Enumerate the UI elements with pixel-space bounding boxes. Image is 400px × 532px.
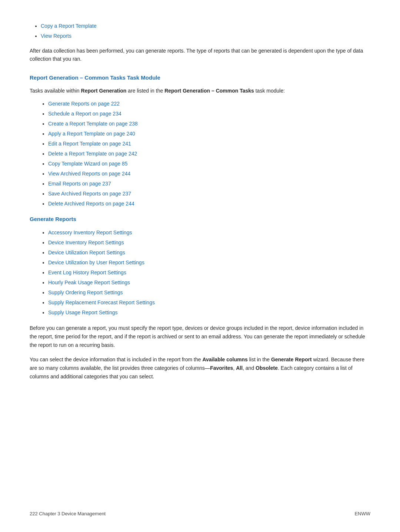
list-item: Generate Reports on page 222 [48,100,370,108]
para2-bold4: All [236,365,243,371]
footer-left: 222 Chapter 3 Device Management [30,510,106,518]
list-item: Event Log History Report Settings [48,269,370,277]
top-links-list: Copy a Report Template View Reports [30,22,370,40]
generate-para2: You can select the device information th… [30,355,370,381]
device-utilization-user-link[interactable]: Device Utilization by User Report Settin… [48,260,144,265]
page-footer: 222 Chapter 3 Device Management ENWW [30,510,370,518]
list-item: View Reports [41,32,370,40]
list-item: Copy Template Wizard on page 85 [48,160,370,168]
task-intro-bold1: Report Generation [81,88,127,94]
list-item: Apply a Report Template on page 240 [48,130,370,138]
schedule-report-link[interactable]: Schedule a Report on page 234 [48,111,121,117]
view-reports-link[interactable]: View Reports [41,33,71,39]
para2-bold3: Favorites [210,365,233,371]
section2-links-list: Accessory Inventory Report Settings Devi… [30,229,370,317]
generate-para1: Before you can generate a report, you mu… [30,324,370,349]
para2-bold5: Obsolete [256,365,278,371]
list-item: Delete a Report Template on page 242 [48,150,370,158]
para2-bold1: Available columns [202,357,247,362]
create-template-link[interactable]: Create a Report Template on page 238 [48,121,138,127]
task-intro-bold2: Report Generation – Common Tasks [164,88,254,94]
delete-template-link[interactable]: Delete a Report Template on page 242 [48,151,137,157]
supply-replacement-link[interactable]: Supply Replacement Forecast Report Setti… [48,300,155,305]
section1-task-intro: Tasks available within Report Generation… [30,87,370,95]
event-log-link[interactable]: Event Log History Report Settings [48,270,126,275]
copy-wizard-link[interactable]: Copy Template Wizard on page 85 [48,161,128,167]
para2-bold2: Generate Report [271,357,312,362]
copy-report-template-link[interactable]: Copy a Report Template [41,23,97,29]
list-item: Supply Ordering Report Settings [48,289,370,297]
para2-text1: You can select the device information th… [30,357,202,362]
email-reports-link[interactable]: Email Reports on page 237 [48,181,111,187]
list-item: Email Reports on page 237 [48,180,370,188]
list-item: Schedule a Report on page 234 [48,110,370,118]
para2-text2: list in the [248,357,271,362]
apply-template-link[interactable]: Apply a Report Template on page 240 [48,131,135,137]
section2-heading: Generate Reports [30,215,370,224]
section1-links-list: Generate Reports on page 222 Schedule a … [30,100,370,208]
accessory-inventory-link[interactable]: Accessory Inventory Report Settings [48,230,132,235]
task-intro-text3: task module: [254,88,285,94]
delete-archived-link[interactable]: Delete Archived Reports on page 244 [48,201,134,207]
para2-and: , and [243,365,256,371]
supply-ordering-link[interactable]: Supply Ordering Report Settings [48,290,123,295]
task-intro-text1: Tasks available within [30,88,81,94]
hourly-peak-link[interactable]: Hourly Peak Usage Report Settings [48,280,130,285]
list-item: Create a Report Template on page 238 [48,120,370,128]
list-item: Supply Replacement Forecast Report Setti… [48,299,370,307]
supply-usage-link[interactable]: Supply Usage Report Settings [48,310,118,315]
list-item: Supply Usage Report Settings [48,309,370,317]
intro-paragraph: After data collection has been performed… [30,47,370,63]
list-item: Device Inventory Report Settings [48,239,370,247]
list-item: Save Archived Reports on page 237 [48,190,370,198]
device-inventory-link[interactable]: Device Inventory Report Settings [48,240,124,245]
save-archived-link[interactable]: Save Archived Reports on page 237 [48,191,131,197]
task-intro-text2: are listed in the [126,88,164,94]
list-item: Edit a Report Template on page 241 [48,140,370,148]
list-item: Hourly Peak Usage Report Settings [48,279,370,287]
list-item: Device Utilization by User Report Settin… [48,259,370,267]
generate-reports-section: Generate Reports Accessory Inventory Rep… [30,215,370,381]
footer-right: ENWW [354,510,370,518]
list-item: Copy a Report Template [41,22,370,30]
generate-reports-link[interactable]: Generate Reports on page 222 [48,101,120,107]
section1-heading: Report Generation – Common Tasks Task Mo… [30,74,370,82]
para2-comma: , [233,365,236,371]
edit-template-link[interactable]: Edit a Report Template on page 241 [48,141,131,147]
list-item: View Archived Reports on page 244 [48,170,370,178]
list-item: Delete Archived Reports on page 244 [48,200,370,208]
device-utilization-link[interactable]: Device Utilization Report Settings [48,250,125,255]
list-item: Accessory Inventory Report Settings [48,229,370,237]
list-item: Device Utilization Report Settings [48,249,370,257]
view-archived-link[interactable]: View Archived Reports on page 244 [48,171,130,177]
